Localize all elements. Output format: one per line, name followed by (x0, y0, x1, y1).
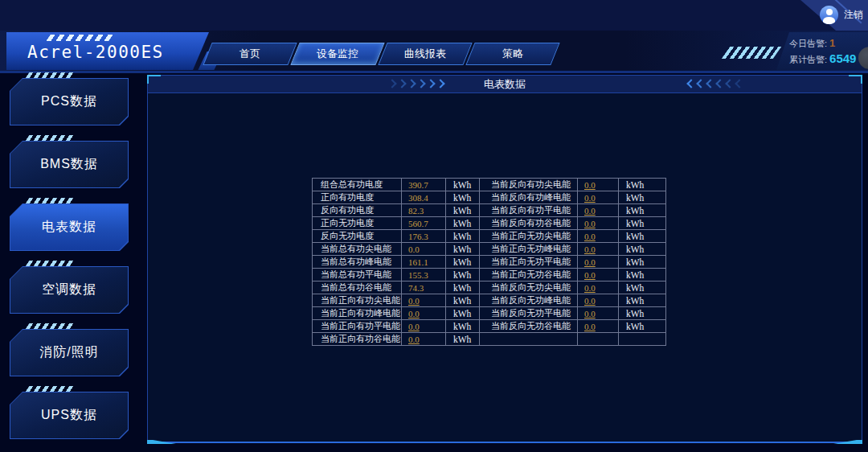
sidebar-button[interactable]: 空调数据 (10, 266, 129, 314)
param-value-cell: 161.1 (402, 256, 446, 269)
table-row: 当前正向有功平电能 0.0 kWh 当前反向无功谷电能 0.0 kWh (313, 320, 666, 333)
corner-accent (849, 75, 862, 84)
param-label-cell: 组合总有功电度 (313, 179, 402, 191)
sidebar-button[interactable]: UPS数据 (10, 392, 129, 439)
param-label-cell: 反向有功电度 (313, 204, 402, 217)
param-unit-cell: kWh (446, 256, 480, 269)
nav-tab-label: 曲线报表 (383, 43, 467, 64)
param-unit-cell: kWh (619, 179, 666, 191)
total-alarm-count: 6549 (829, 51, 856, 65)
param-value-cell[interactable]: 0.0 (402, 333, 446, 346)
sidebar-button[interactable]: PCS数据 (10, 78, 129, 125)
sidebar-button[interactable]: BMS数据 (10, 141, 129, 188)
param-value-cell: 82.3 (402, 204, 446, 217)
param-label-cell: 当前反向有功平电能 (480, 204, 578, 217)
sidebar-button-label: 消防/照明 (10, 329, 129, 376)
param-value-cell[interactable]: 0.0 (402, 294, 446, 307)
stripes-decoration (46, 35, 113, 41)
sidebar-button-label: 电表数据 (10, 203, 129, 251)
param-label-cell: 当前正向无功谷电能 (480, 269, 578, 281)
param-unit-cell: kWh (446, 230, 480, 243)
nav-tab[interactable]: 曲线报表 (378, 43, 472, 65)
param-unit-cell: kWh (446, 320, 480, 333)
table-row: 反向有功电度 82.3 kWh 当前反向有功平电能 0.0 kWh (313, 204, 666, 217)
param-unit-cell: kWh (619, 204, 666, 217)
logout-label: 注销 (844, 8, 863, 22)
nav-tab-label: 设备监控 (296, 43, 379, 64)
param-value-cell[interactable]: 0.0 (402, 320, 446, 333)
table-row: 正向有功电度 308.4 kWh 当前反向有功峰电能 0.0 kWh (313, 191, 666, 204)
stripes-decoration (26, 72, 75, 78)
param-value-cell: 308.4 (402, 191, 446, 204)
sidebar-button-label: UPS数据 (10, 392, 129, 439)
param-unit-cell: kWh (446, 217, 480, 230)
meter-data-table: 组合总有功电度 390.7 kWh 当前反向有功尖电能 0.0 kWh 正向有功… (312, 178, 666, 346)
panel-title: 电表数据 (148, 76, 862, 92)
param-unit-cell: kWh (446, 294, 480, 307)
param-label-cell: 当前总有功谷电能 (313, 281, 402, 294)
param-label-cell: 当前反向有功峰电能 (480, 191, 578, 204)
nav-tab[interactable]: 首页 (203, 43, 297, 65)
param-unit-cell: kWh (446, 179, 480, 191)
param-unit-cell: kWh (446, 191, 480, 204)
param-value-cell[interactable]: 0.0 (578, 204, 619, 217)
stripes-decoration (26, 135, 75, 141)
param-unit-cell: kWh (619, 281, 666, 294)
param-label-cell: 当前正向无功平电能 (480, 256, 578, 269)
param-label-cell: 正向无功电度 (313, 217, 402, 230)
param-label-cell: 当前正向有功峰电能 (313, 307, 402, 320)
param-label-cell: 当前总有功峰电能 (313, 256, 402, 269)
param-unit-cell: kWh (619, 256, 666, 269)
param-unit-cell: kWh (446, 269, 480, 281)
today-alarm-label: 今日告警: (789, 39, 827, 48)
param-value-cell: 74.3 (402, 281, 446, 294)
nav-tab-label: 首页 (208, 43, 292, 64)
param-value-cell[interactable]: 0.0 (578, 217, 619, 230)
total-alarm-label: 累计告警: (789, 55, 827, 64)
param-label-cell: 当前反向无功峰电能 (480, 294, 578, 307)
logout-button[interactable]: 注销 (820, 6, 863, 24)
param-label-cell: 当前反向有功谷电能 (480, 217, 578, 230)
param-unit-cell: kWh (619, 191, 666, 204)
param-value-cell[interactable]: 0.0 (578, 294, 619, 307)
param-label-cell (480, 333, 578, 346)
param-value-cell[interactable]: 0.0 (578, 320, 619, 333)
param-label-cell: 当前正向有功尖电能 (313, 294, 402, 307)
param-value-cell[interactable]: 0.0 (578, 307, 619, 320)
param-label-cell: 正向有功电度 (313, 191, 402, 204)
param-value-cell[interactable]: 0.0 (578, 269, 619, 281)
chevrons-left-icon (688, 80, 743, 87)
table-row: 当前总有功尖电能 0.0 kWh 当前正向无功峰电能 0.0 kWh (313, 243, 666, 256)
param-value-cell[interactable]: 0.0 (578, 281, 619, 294)
nav-tab[interactable]: 策略 (465, 43, 559, 65)
param-label-cell: 当前反向无功谷电能 (480, 320, 578, 333)
param-unit-cell: kWh (619, 217, 666, 230)
sidebar-item: 电表数据 (10, 203, 129, 251)
stripes-decoration (26, 261, 75, 266)
content-panel: 电表数据 组合总有功电度 390.7 kWh (147, 75, 862, 443)
param-unit-cell: kWh (446, 333, 480, 346)
sidebar-item: 消防/照明 (10, 329, 129, 376)
param-value-cell[interactable]: 0.0 (402, 307, 446, 320)
param-value-cell[interactable]: 0.0 (578, 179, 619, 191)
param-label-cell: 当前正向无功尖电能 (480, 230, 578, 243)
sidebar-button-label: BMS数据 (10, 141, 129, 188)
param-value-cell: 560.7 (402, 217, 446, 230)
app-window: 注销 Acrel-2000ES 首页 设备监控 曲线报表 策略 (0, 0, 868, 452)
param-value-cell[interactable]: 0.0 (578, 191, 619, 204)
today-alarm-count: 1 (829, 37, 835, 49)
brand-title: Acrel-2000ES (27, 43, 164, 62)
param-value-cell[interactable]: 0.0 (578, 243, 619, 256)
sidebar-item: PCS数据 (10, 78, 129, 125)
sidebar-item: BMS数据 (10, 141, 129, 188)
nav-tab[interactable]: 设备监控 (290, 43, 384, 65)
panel-bottom-accent (147, 442, 862, 443)
param-value-cell[interactable]: 0.0 (578, 256, 619, 269)
sidebar-button-label: 空调数据 (10, 266, 129, 314)
sidebar-button[interactable]: 电表数据 (10, 203, 129, 251)
sidebar-button[interactable]: 消防/照明 (10, 329, 129, 376)
param-unit-cell: kWh (619, 320, 666, 333)
param-value-cell[interactable]: 0.0 (578, 230, 619, 243)
param-unit-cell: kWh (446, 204, 480, 217)
param-value-cell (578, 333, 619, 346)
